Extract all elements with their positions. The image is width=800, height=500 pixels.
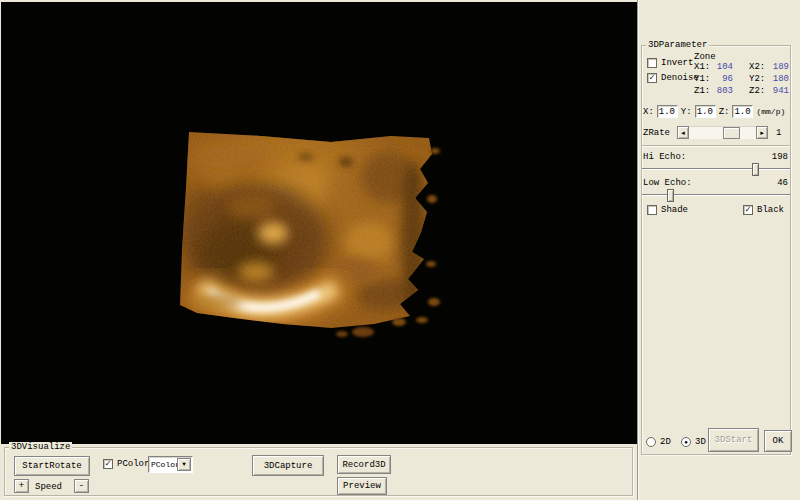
scale-y-label: Y: xyxy=(681,107,692,117)
zone-z1-value: 803 xyxy=(710,86,733,96)
zrate-track[interactable] xyxy=(689,126,756,139)
application-window: { "viewport": { "description": "3D ultra… xyxy=(0,0,800,500)
mode-3d-label: 3D xyxy=(695,437,706,447)
zone-title: Zone xyxy=(694,52,716,62)
denoise-checkbox-row[interactable]: ✓ Denoise xyxy=(647,73,699,83)
zrate-label: ZRate xyxy=(643,128,670,138)
zone-x1-label: X1: xyxy=(694,62,710,72)
pcolor-checkbox-row[interactable]: ✓ PColor xyxy=(103,459,149,469)
parameter-panel: 3DParameter Invert ✓ Denoise Zone X1: 10… xyxy=(637,0,800,500)
low-echo-value: 46 xyxy=(777,178,788,188)
visualize-group-title: 3DVisualize xyxy=(9,442,72,452)
speed-plus-button[interactable]: + xyxy=(14,479,29,493)
zone-values: X1: 104 X2: 189 Y1: 96 Y2: 180 Z1: 803 Z… xyxy=(694,62,790,96)
shade-label: Shade xyxy=(661,205,688,215)
speed-minus-button[interactable]: - xyxy=(74,479,89,493)
zone-y1-label: Y1: xyxy=(694,74,710,84)
invert-checkbox[interactable] xyxy=(647,58,657,68)
separator-line xyxy=(642,145,790,147)
pcolor-dropdown-value: PColor xyxy=(149,460,177,469)
zrate-right-arrow[interactable]: ► xyxy=(756,126,768,139)
pcolor-checkbox[interactable]: ✓ xyxy=(103,459,113,469)
denoise-checkbox[interactable]: ✓ xyxy=(647,73,657,83)
ok-button[interactable]: OK xyxy=(764,430,792,452)
mode-3d-radio[interactable]: ● xyxy=(681,437,691,447)
black-checkbox[interactable]: ✓ xyxy=(743,205,753,215)
mode-2d-radio-row[interactable]: 2D xyxy=(646,437,671,447)
chevron-down-icon[interactable]: ▼ xyxy=(177,458,191,471)
invert-label: Invert xyxy=(661,58,693,68)
ultrasound-render xyxy=(1,2,637,444)
pcolor-dropdown[interactable]: PColor ▼ xyxy=(148,456,193,473)
zone-z2-value: 941 xyxy=(765,86,789,96)
scale-z-label: Z: xyxy=(719,107,730,117)
mode-2d-radio[interactable] xyxy=(646,437,656,447)
black-label: Black xyxy=(757,205,784,215)
invert-checkbox-row[interactable]: Invert xyxy=(647,58,693,68)
hi-echo-value: 198 xyxy=(772,152,788,162)
zone-y2-label: Y2: xyxy=(749,74,765,84)
hi-echo-slider[interactable] xyxy=(642,168,790,170)
zone-y2-value: 180 xyxy=(765,74,789,84)
start3d-button[interactable]: 3DStart xyxy=(708,428,759,452)
zone-z1-label: Z1: xyxy=(694,86,710,96)
zrate-left-arrow[interactable]: ◄ xyxy=(677,126,689,139)
zrate-scrollbar[interactable]: ◄ ► xyxy=(677,126,768,139)
zone-x2-label: X2: xyxy=(749,62,765,72)
zone-z2-label: Z2: xyxy=(749,86,765,96)
scale-x-input[interactable] xyxy=(657,105,678,118)
zone-y1-value: 96 xyxy=(710,74,733,84)
scale-y-input[interactable] xyxy=(695,105,716,118)
scale-unit-label: (mm/p) xyxy=(756,107,785,116)
hi-echo-label: Hi Echo: xyxy=(643,152,686,162)
preview-button[interactable]: Preview xyxy=(337,477,387,495)
parameter-group-title: 3DParameter xyxy=(646,40,709,50)
capture-button[interactable]: 3DCapture xyxy=(252,455,324,476)
record-button[interactable]: Record3D xyxy=(337,455,391,474)
speed-label: Speed xyxy=(35,482,62,492)
mode-2d-label: 2D xyxy=(660,437,671,447)
scale-z-input[interactable] xyxy=(732,105,753,118)
low-echo-slider[interactable] xyxy=(642,194,790,196)
mode-3d-radio-row[interactable]: ● 3D xyxy=(681,437,706,447)
shade-checkbox-row[interactable]: Shade xyxy=(647,205,688,215)
low-echo-thumb[interactable] xyxy=(667,189,674,202)
shade-checkbox[interactable] xyxy=(647,205,657,215)
parameter-groupbox: 3DParameter Invert ✓ Denoise Zone X1: 10… xyxy=(641,45,791,455)
pcolor-checkbox-label: PColor xyxy=(117,459,149,469)
scale-row: X: Y: Z: (mm/p) xyxy=(643,105,791,118)
zone-x2-value: 189 xyxy=(765,62,789,72)
start-rotate-button[interactable]: StartRotate xyxy=(14,456,90,476)
render-viewport[interactable] xyxy=(1,2,637,444)
scale-x-label: X: xyxy=(643,107,654,117)
black-checkbox-row[interactable]: ✓ Black xyxy=(743,205,784,215)
zone-x1-value: 104 xyxy=(710,62,733,72)
hi-echo-thumb[interactable] xyxy=(752,163,759,176)
low-echo-label: Low Echo: xyxy=(643,178,692,188)
zrate-value: 1 xyxy=(776,128,781,138)
visualize-groupbox: 3DVisualize StartRotate + Speed - ✓ PCol… xyxy=(4,447,633,496)
zrate-thumb[interactable] xyxy=(723,127,740,139)
